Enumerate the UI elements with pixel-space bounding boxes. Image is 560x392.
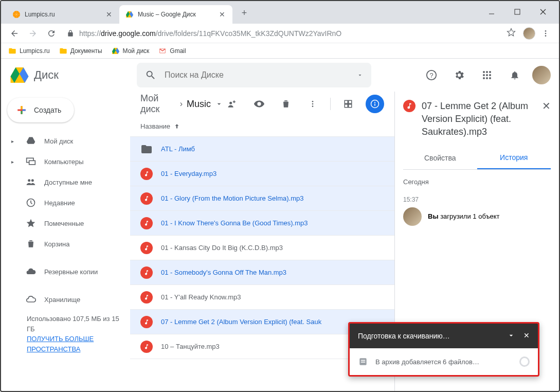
svg-rect-20 — [29, 161, 35, 165]
svg-rect-38 — [361, 362, 365, 363]
clock-icon — [26, 198, 36, 208]
sidebar-item-starred[interactable]: Помеченные — [1, 213, 130, 234]
archive-icon — [358, 357, 368, 367]
gmail-icon — [158, 47, 167, 55]
history-avatar — [403, 207, 422, 226]
bookmark-3[interactable]: Gmail — [158, 47, 186, 55]
browser-menu[interactable] — [537, 25, 554, 42]
lock-icon — [67, 30, 74, 37]
svg-point-17 — [486, 77, 488, 79]
history-time: 15:37 — [403, 196, 551, 203]
window-maximize[interactable] — [511, 7, 524, 17]
browser-tab-0[interactable]: Lumpics.ru ✕ — [6, 5, 119, 24]
new-tab-button[interactable]: + — [237, 5, 252, 21]
sidebar-item-trash[interactable]: Корзина — [1, 234, 130, 254]
star-icon — [26, 218, 36, 228]
cloud-outline-icon — [26, 294, 36, 305]
create-button[interactable]: Создать — [7, 98, 74, 122]
bookmark-0[interactable]: Lumpics.ru — [8, 47, 50, 55]
svg-point-22 — [31, 179, 34, 182]
user-avatar[interactable] — [532, 66, 551, 84]
file-name: 01 - I Know There's Gonna Be (Good Times… — [161, 219, 308, 227]
tab-close-1[interactable]: ✕ — [218, 10, 226, 19]
breadcrumb-current[interactable]: Music — [187, 99, 223, 110]
more-button[interactable] — [303, 95, 322, 113]
toast-close-button[interactable]: ✕ — [523, 331, 530, 341]
browser-titlebar: Lumpics.ru ✕ Music – Google Диск ✕ + — [1, 1, 559, 24]
info-button[interactable] — [366, 95, 384, 113]
window-close[interactable] — [536, 7, 550, 17]
app-header: Диск ? — [1, 59, 559, 92]
file-name: ATL - Лимб — [161, 145, 195, 153]
music-icon — [140, 341, 153, 353]
window-minimize[interactable] — [485, 7, 498, 17]
sidebar-item-recent[interactable]: Недавние — [1, 192, 130, 213]
help-button[interactable]: ? — [421, 65, 442, 85]
loading-spinner-icon — [519, 357, 530, 367]
download-toast: Подготовка к скачиванию… ✕ В архив добав… — [348, 322, 539, 377]
drive-logo[interactable]: Диск — [9, 65, 129, 85]
svg-point-28 — [312, 105, 314, 107]
sidebar-item-mydrive[interactable]: ▸Мой диск — [1, 131, 130, 151]
sidebar-item-computers[interactable]: ▸Компьютеры — [1, 151, 130, 172]
file-row[interactable]: 01 - I Know There's Gonna Be (Good Times… — [130, 211, 394, 236]
folder-icon — [140, 143, 153, 155]
svg-rect-31 — [345, 104, 348, 108]
nav-back[interactable] — [6, 25, 23, 42]
dropdown-icon — [215, 100, 223, 108]
svg-point-21 — [28, 179, 30, 182]
file-row[interactable]: 01 - Kansas City Do It Big (K.C.D.B).mp3 — [130, 236, 394, 260]
tab-history[interactable]: История — [477, 147, 551, 169]
preview-button[interactable] — [250, 95, 268, 113]
storage-upgrade-link[interactable]: ПОЛУЧИТЬ БОЛЬШЕ ПРОСТРАНСТВА — [27, 335, 94, 353]
tab-properties[interactable]: Свойства — [403, 147, 477, 169]
search-input[interactable] — [165, 70, 349, 80]
browser-tab-1[interactable]: Music – Google Диск ✕ — [119, 5, 232, 24]
search-box[interactable] — [137, 63, 371, 87]
sidebar-item-backups[interactable]: Резервные копии — [1, 261, 130, 282]
svg-point-25 — [258, 103, 260, 105]
browser-profile-avatar[interactable] — [523, 27, 535, 40]
share-button[interactable] — [223, 95, 242, 113]
svg-point-27 — [312, 103, 314, 105]
tab-close-0[interactable]: ✕ — [105, 10, 113, 19]
computers-icon — [26, 156, 36, 167]
delete-button[interactable] — [277, 95, 295, 113]
file-row[interactable]: 01 - Glory (From the Motion Picture Selm… — [130, 186, 394, 211]
drive-icon — [112, 47, 120, 55]
svg-rect-37 — [361, 360, 365, 361]
sidebar-item-shared[interactable]: Доступные мне — [1, 172, 130, 192]
apps-button[interactable] — [477, 65, 497, 85]
column-header[interactable]: Название — [130, 116, 394, 137]
tab-title-1: Music – Google Диск — [138, 11, 214, 18]
bookmark-1[interactable]: Документы — [59, 47, 102, 55]
svg-point-15 — [489, 74, 491, 76]
search-dropdown-icon[interactable] — [357, 72, 363, 78]
file-row[interactable]: 01 - Everyday.mp3 — [130, 162, 394, 186]
file-row[interactable]: 01 - Somebody's Gonna Off The Man.mp3 — [130, 260, 394, 285]
file-row[interactable]: ATL - Лимб — [130, 137, 394, 162]
grid-view-button[interactable] — [339, 95, 357, 113]
bookmark-2[interactable]: Мой диск — [112, 47, 150, 55]
svg-point-14 — [486, 74, 488, 76]
music-icon — [140, 291, 153, 304]
close-details-button[interactable]: ✕ — [542, 100, 551, 112]
file-row[interactable]: 01 - Y'all Ready Know.mp3 — [130, 285, 394, 310]
settings-button[interactable] — [449, 65, 469, 85]
music-icon — [140, 192, 153, 205]
notifications-button[interactable] — [504, 65, 525, 85]
toast-collapse-button[interactable] — [507, 331, 515, 341]
url-bar[interactable]: https://drive.google.com/drive/folders/1… — [62, 26, 521, 41]
music-icon — [140, 242, 153, 254]
bookmark-star-icon[interactable] — [507, 28, 516, 39]
sidebar-item-storage[interactable]: Хранилище — [1, 289, 130, 310]
nav-reload[interactable] — [43, 25, 60, 42]
sort-arrow-up-icon — [173, 123, 180, 130]
music-icon — [140, 217, 153, 229]
bookmarks-bar: Lumpics.ru Документы Мой диск Gmail — [1, 43, 559, 59]
drive-logo-icon — [9, 65, 30, 85]
toast-title: Подготовка к скачиванию… — [358, 332, 450, 340]
breadcrumb-root[interactable]: Мой диск — [140, 93, 176, 115]
detail-title: 07 - Lemme Get 2 (Album Version Explicit… — [422, 100, 536, 139]
svg-point-5 — [545, 30, 547, 32]
